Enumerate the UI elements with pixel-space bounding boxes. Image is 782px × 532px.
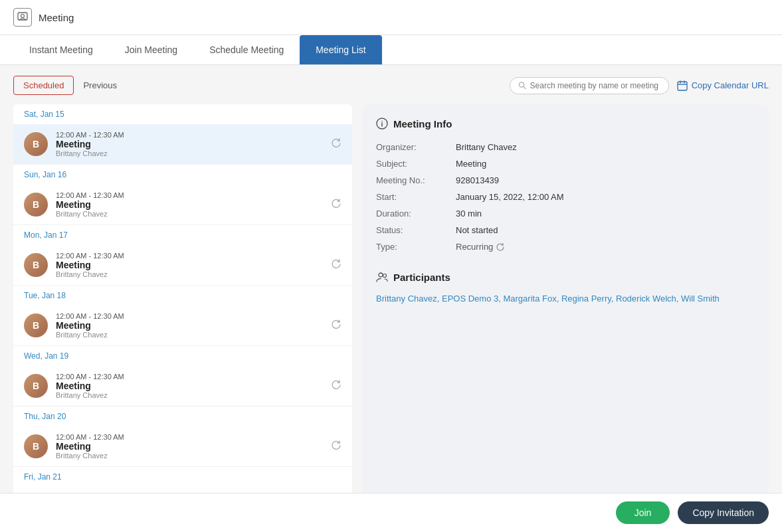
avatar-0: B: [24, 132, 48, 156]
meeting-details-3: 12:00 AM - 12:30 AM Meeting Brittany Cha…: [56, 312, 323, 339]
sub-tab-scheduled[interactable]: Scheduled: [13, 76, 74, 95]
meeting-organizer-4: Brittany Chavez: [56, 391, 323, 399]
meeting-details-2: 12:00 AM - 12:30 AM Meeting Brittany Cha…: [56, 252, 323, 278]
calendar-icon: [677, 80, 688, 91]
svg-rect-4: [678, 82, 687, 90]
recurring-icon-5: [331, 440, 342, 453]
meeting-name-0: Meeting: [56, 139, 323, 149]
search-input[interactable]: [530, 81, 660, 90]
subject-label: Subject:: [376, 155, 456, 172]
tab-bar: Instant Meeting Join Meeting Schedule Me…: [0, 35, 782, 65]
start-value: January 15, 2022, 12:00 AM: [456, 189, 755, 205]
meeting-organizer-2: Brittany Chavez: [56, 270, 323, 278]
status-value: Not started: [456, 222, 755, 238]
avatar-2: B: [24, 253, 48, 277]
meeting-item-4[interactable]: B 12:00 AM - 12:30 AM Meeting Brittany C…: [13, 366, 352, 406]
participants-section: Participants Brittany Chavez, EPOS Demo …: [376, 271, 755, 306]
type-value: Recurring: [456, 238, 755, 255]
meeting-time-2: 12:00 AM - 12:30 AM: [56, 252, 323, 260]
meeting-item-1[interactable]: B 12:00 AM - 12:30 AM Meeting Brittany C…: [13, 185, 352, 225]
meeting-time-1: 12:00 AM - 12:30 AM: [56, 191, 323, 199]
start-label: Start:: [376, 189, 456, 205]
app-title: Meeting: [39, 12, 74, 23]
join-button[interactable]: Join: [616, 501, 670, 507]
meeting-organizer-0: Brittany Chavez: [56, 149, 323, 157]
recurring-type-icon: [496, 242, 505, 252]
recurring-icon-0: [331, 137, 342, 151]
info-icon: [376, 118, 388, 130]
meeting-time-4: 12:00 AM - 12:30 AM: [56, 373, 323, 381]
svg-point-11: [379, 273, 383, 277]
participants-icon: [376, 271, 388, 283]
date-header-jan20: Thu, Jan 20: [13, 406, 352, 426]
tab-schedule-meeting[interactable]: Schedule Meeting: [193, 35, 300, 64]
date-header-jan17: Mon, Jan 17: [13, 225, 352, 245]
meeting-item-5[interactable]: B 12:00 AM - 12:30 AM Meeting Brittany C…: [13, 426, 352, 467]
info-row-duration: Duration: 30 min: [376, 205, 755, 222]
search-box[interactable]: [510, 77, 669, 94]
avatar-4: B: [24, 374, 48, 398]
svg-line-3: [523, 86, 525, 88]
meeting-item-0[interactable]: B 12:00 AM - 12:30 AM Meeting Brittany C…: [13, 124, 352, 165]
meeting-icon: [13, 8, 32, 27]
svg-point-12: [383, 274, 387, 278]
meeting-details-1: 12:00 AM - 12:30 AM Meeting Brittany Cha…: [56, 191, 323, 218]
recurring-badge: Recurring: [456, 242, 505, 252]
avatar-1: B: [24, 193, 48, 217]
meeting-name-3: Meeting: [56, 320, 323, 331]
organizer-label: Organizer:: [376, 139, 456, 155]
meeting-name-5: Meeting: [56, 441, 323, 452]
participants-title: Participants: [376, 271, 755, 283]
content-area: Scheduled Previous Copy Calendar URL: [0, 65, 782, 507]
participants-list: Brittany Chavez, EPOS Demo 3, Margarita …: [376, 292, 755, 306]
search-icon: [518, 81, 526, 90]
tab-instant-meeting[interactable]: Instant Meeting: [13, 35, 109, 64]
meeting-organizer-5: Brittany Chavez: [56, 452, 323, 460]
sub-tab-previous[interactable]: Previous: [74, 76, 126, 94]
meeting-item-3[interactable]: B 12:00 AM - 12:30 AM Meeting Brittany C…: [13, 306, 352, 346]
tab-join-meeting[interactable]: Join Meeting: [109, 35, 193, 64]
meeting-name-2: Meeting: [56, 260, 323, 270]
info-row-meeting-no: Meeting No.: 928013439: [376, 172, 755, 189]
recurring-icon-2: [331, 258, 342, 272]
sub-tab-actions: Copy Calendar URL: [510, 77, 769, 94]
info-table: Organizer: Brittany Chavez Subject: Meet…: [376, 139, 755, 255]
info-row-subject: Subject: Meeting: [376, 155, 755, 172]
date-header-jan16: Sun, Jan 16: [13, 165, 352, 185]
info-row-status: Status: Not started: [376, 222, 755, 238]
type-label: Type:: [376, 238, 456, 255]
tab-meeting-list[interactable]: Meeting List: [300, 35, 381, 64]
subject-value: Meeting: [456, 155, 755, 172]
meeting-list-panel: Sat, Jan 15 B 12:00 AM - 12:30 AM Meetin…: [13, 104, 352, 496]
svg-point-1: [21, 15, 25, 18]
duration-label: Duration:: [376, 205, 456, 222]
status-label: Status:: [376, 222, 456, 238]
recurring-icon-1: [331, 198, 342, 211]
info-row-start: Start: January 15, 2022, 12:00 AM: [376, 189, 755, 205]
info-panel: Meeting Info Organizer: Brittany Chavez …: [363, 104, 769, 496]
meeting-item-2[interactable]: B 12:00 AM - 12:30 AM Meeting Brittany C…: [13, 245, 352, 286]
recurring-icon-4: [331, 379, 342, 393]
recurring-icon-3: [331, 319, 342, 332]
info-row-organizer: Organizer: Brittany Chavez: [376, 139, 755, 155]
date-header-jan18: Tue, Jan 18: [13, 286, 352, 306]
meeting-organizer-3: Brittany Chavez: [56, 331, 323, 339]
organizer-value: Brittany Chavez: [456, 139, 755, 155]
meeting-time-0: 12:00 AM - 12:30 AM: [56, 131, 323, 139]
meeting-info-title: Meeting Info: [376, 118, 755, 130]
sub-tab-row: Scheduled Previous Copy Calendar URL: [13, 76, 769, 95]
date-header-jan21: Fri, Jan 21: [13, 467, 352, 487]
meeting-details-5: 12:00 AM - 12:30 AM Meeting Brittany Cha…: [56, 433, 323, 460]
sub-tabs: Scheduled Previous: [13, 76, 126, 95]
meeting-details-0: 12:00 AM - 12:30 AM Meeting Brittany Cha…: [56, 131, 323, 157]
meeting-time-3: 12:00 AM - 12:30 AM: [56, 312, 323, 320]
bottom-bar: Join Copy Invitation: [0, 493, 782, 507]
top-bar: Meeting: [0, 0, 782, 35]
date-header-jan19: Wed, Jan 19: [13, 346, 352, 366]
meeting-name-1: Meeting: [56, 199, 323, 210]
meeting-time-5: 12:00 AM - 12:30 AM: [56, 433, 323, 441]
copy-calendar-btn[interactable]: Copy Calendar URL: [677, 80, 769, 91]
meeting-no-value: 928013439: [456, 172, 755, 189]
meeting-details-4: 12:00 AM - 12:30 AM Meeting Brittany Cha…: [56, 373, 323, 399]
copy-invitation-button[interactable]: Copy Invitation: [678, 501, 769, 507]
